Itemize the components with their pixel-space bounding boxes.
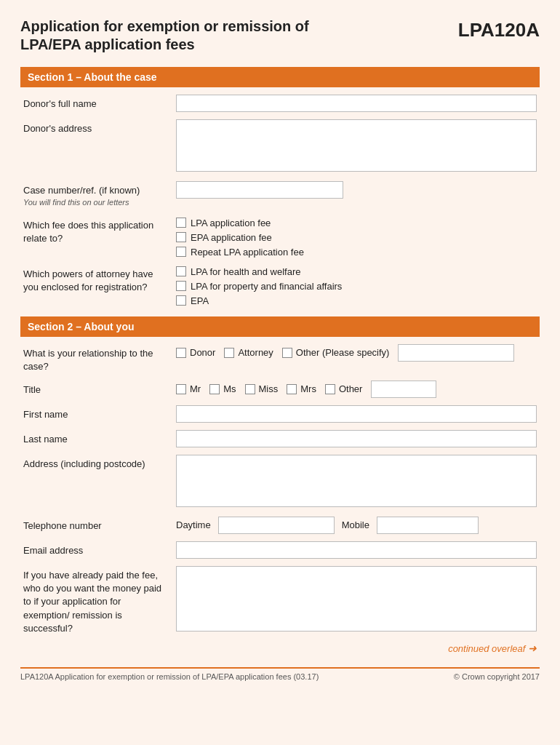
address-field	[176, 455, 537, 509]
case-number-field	[176, 181, 537, 199]
relationship-options: Donor Attorney Other (Please specify)	[176, 344, 537, 362]
relationship-checkbox-other[interactable]	[282, 348, 292, 358]
address-row: Address (including postcode)	[20, 455, 540, 509]
last-name-label: Last name	[23, 430, 176, 446]
donors-address-field	[176, 119, 537, 174]
footer-left: LPA120A Application for exemption or rem…	[20, 672, 319, 681]
fee-option-repeat-lpa: Repeat LPA application fee	[176, 247, 537, 258]
power-epa: EPA	[176, 295, 537, 306]
main-title: Application for exemption or remission o…	[20, 17, 309, 54]
first-name-input[interactable]	[176, 405, 537, 423]
donors-address-input[interactable]	[176, 119, 537, 172]
which-powers-label: Which powers of attorney have you enclos…	[23, 265, 176, 294]
title-miss: Miss	[245, 383, 279, 394]
last-name-input[interactable]	[176, 430, 537, 447]
title-checkbox-mrs[interactable]	[287, 384, 297, 394]
relationship-attorney: Attorney	[224, 347, 273, 358]
telephone-row: Telephone number Daytime Mobile	[20, 517, 540, 534]
donors-full-name-row: Donor's full name	[20, 95, 540, 112]
which-fee-label: Which fee does this application relate t…	[23, 216, 176, 245]
title-label: Title	[23, 381, 176, 397]
payment-row: If you have already paid the fee, who do…	[20, 566, 540, 635]
daytime-label: Daytime	[176, 519, 211, 530]
title-checkbox-mr[interactable]	[176, 384, 186, 394]
payment-label: If you have already paid the fee, who do…	[23, 566, 176, 635]
title-ms: Ms	[209, 383, 236, 394]
telephone-field: Daytime Mobile	[176, 517, 537, 534]
payment-input[interactable]	[176, 566, 537, 632]
case-number-input[interactable]	[176, 181, 343, 199]
donors-address-label: Donor's address	[23, 119, 176, 135]
page: Application for exemption or remission o…	[0, 0, 560, 745]
donors-full-name-label: Donor's full name	[23, 95, 176, 111]
donors-full-name-input[interactable]	[176, 95, 537, 112]
relationship-donor: Donor	[176, 347, 215, 358]
footer-right: © Crown copyright 2017	[454, 672, 540, 681]
which-fee-row: Which fee does this application relate t…	[20, 216, 540, 258]
email-input[interactable]	[176, 541, 537, 559]
telephone-label: Telephone number	[23, 517, 176, 533]
first-name-field	[176, 405, 537, 423]
fee-option-lpa: LPA application fee	[176, 218, 537, 228]
title-row: Title Mr Ms Miss	[20, 381, 540, 398]
form-code: LPA120A	[458, 17, 540, 41]
relationship-other: Other (Please specify)	[282, 347, 390, 358]
header: Application for exemption or remission o…	[20, 17, 540, 54]
last-name-field	[176, 430, 537, 447]
title-other-input[interactable]	[371, 381, 436, 398]
title-mrs: Mrs	[287, 383, 316, 394]
last-name-row: Last name	[20, 430, 540, 447]
mobile-input[interactable]	[377, 517, 479, 534]
payment-field	[176, 566, 537, 634]
power-lpa-health: LPA for health and welfare	[176, 266, 537, 277]
which-fee-options: LPA application fee EPA application fee …	[176, 216, 537, 258]
relationship-row: What is your relationship to the case? D…	[20, 344, 540, 373]
address-label: Address (including postcode)	[23, 455, 176, 471]
fee-checkbox-lpa[interactable]	[176, 218, 186, 228]
power-lpa-property: LPA for property and financial affairs	[176, 281, 537, 292]
email-label: Email address	[23, 541, 176, 557]
mobile-label: Mobile	[342, 519, 369, 530]
title-checkbox-ms[interactable]	[209, 384, 220, 394]
power-checkbox-lpa-property[interactable]	[176, 281, 186, 291]
section1-header: Section 1 – About the case	[20, 67, 540, 87]
first-name-row: First name	[20, 405, 540, 423]
fee-checkbox-repeat-lpa[interactable]	[176, 247, 186, 257]
fee-checkbox-epa[interactable]	[176, 232, 186, 242]
first-name-label: First name	[23, 405, 176, 421]
case-number-label: Case number/ref. (if known) You will fin…	[23, 181, 176, 209]
power-checkbox-lpa-health[interactable]	[176, 266, 186, 276]
case-number-row: Case number/ref. (if known) You will fin…	[20, 181, 540, 209]
power-checkbox-epa[interactable]	[176, 295, 186, 306]
which-powers-row: Which powers of attorney have you enclos…	[20, 265, 540, 306]
email-row: Email address	[20, 541, 540, 559]
email-field	[176, 541, 537, 559]
relationship-checkbox-attorney[interactable]	[224, 348, 234, 358]
footer: LPA120A Application for exemption or rem…	[20, 667, 540, 681]
continued-overleaf: continued overleaf ➜	[20, 642, 540, 654]
section2-header: Section 2 – About you	[20, 316, 540, 337]
continued-arrow-icon: ➜	[528, 642, 537, 654]
title-mr: Mr	[176, 383, 201, 394]
donors-full-name-field	[176, 95, 537, 112]
which-powers-options: LPA for health and welfare LPA for prope…	[176, 265, 537, 306]
donors-address-row: Donor's address	[20, 119, 540, 174]
title-other: Other	[325, 383, 363, 394]
relationship-label: What is your relationship to the case?	[23, 344, 176, 373]
daytime-input[interactable]	[218, 517, 335, 534]
title-checkbox-miss[interactable]	[245, 384, 255, 394]
address-input[interactable]	[176, 455, 537, 507]
relationship-other-input[interactable]	[398, 344, 514, 362]
title-checkbox-other[interactable]	[325, 384, 335, 394]
fee-option-epa: EPA application fee	[176, 232, 537, 243]
relationship-checkbox-donor[interactable]	[176, 348, 186, 358]
title-options: Mr Ms Miss Mrs	[176, 381, 537, 398]
